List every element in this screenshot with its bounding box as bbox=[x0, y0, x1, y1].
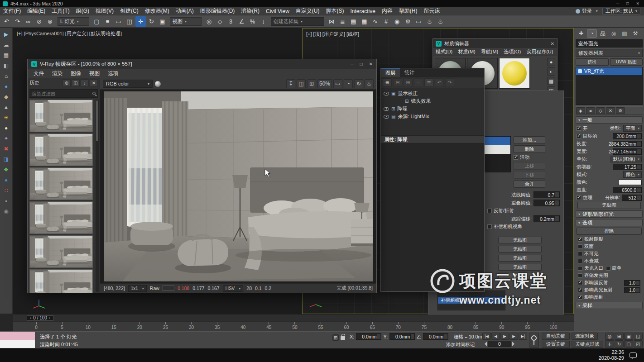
reference-coordinate-dropdown[interactable]: 视图 bbox=[170, 17, 202, 26]
pan-icon[interactable]: ✛ bbox=[605, 340, 614, 348]
vfb-minimize-button[interactable]: ─ bbox=[350, 62, 353, 67]
history-thumbnail[interactable] bbox=[29, 167, 93, 200]
vfb-menu-item[interactable]: 渲染 bbox=[48, 70, 67, 77]
save-image-icon[interactable]: ↧ bbox=[286, 79, 295, 88]
unlink-icon[interactable]: ⊘ bbox=[34, 16, 44, 27]
current-frame-spinner[interactable]: 0 bbox=[482, 341, 517, 347]
load-layers-icon[interactable]: ≡ bbox=[414, 78, 423, 87]
layer-item[interactable]: ▣ 显示校正 bbox=[381, 90, 484, 97]
option-checkbox[interactable] bbox=[578, 273, 582, 278]
rotate-icon[interactable]: ↻ bbox=[146, 16, 157, 27]
material-editor-titlebar[interactable]: 材质编辑器 ✕ bbox=[433, 39, 557, 48]
no-map-button[interactable]: 无贴图 bbox=[498, 255, 542, 262]
material-editor-menu-item[interactable]: 材质(M) bbox=[455, 48, 478, 55]
active-checkbox[interactable]: 活动 bbox=[514, 154, 545, 161]
tab-display[interactable]: ▥ bbox=[620, 29, 630, 38]
width-spinner[interactable]: 2467.145mm bbox=[613, 148, 642, 155]
layer-item[interactable]: ⊞ 镜头效果 bbox=[381, 97, 484, 105]
light-color-swatch[interactable] bbox=[618, 180, 642, 185]
track-bar[interactable]: 0510152025303540455055606570758085909510… bbox=[13, 321, 574, 331]
go-to-start-button[interactable]: |◀ bbox=[482, 333, 491, 340]
maximize-viewport-icon[interactable]: ◰ bbox=[634, 340, 643, 348]
select-link-icon[interactable]: ∞ bbox=[23, 16, 34, 27]
option-row[interactable]: 影响高光反射 1.0 bbox=[577, 287, 642, 293]
ribbon-icon[interactable]: ▦ bbox=[359, 16, 370, 27]
bind-spacewarp-icon[interactable]: ⊗ bbox=[45, 16, 55, 27]
make-unique-icon[interactable]: ◇ bbox=[596, 107, 605, 114]
align-icon[interactable]: ≣ bbox=[337, 16, 348, 27]
vfb-close-button[interactable]: ✕ bbox=[369, 62, 373, 67]
raw-label[interactable]: Raw bbox=[150, 286, 159, 291]
menu-item[interactable]: 编辑(E) bbox=[24, 7, 48, 15]
named-selection-sets-combo[interactable]: 创建选择集 bbox=[271, 17, 324, 26]
popup-row-selected[interactable]: 补偿相机视角 bbox=[438, 297, 505, 304]
history-thumbnail[interactable] bbox=[29, 269, 93, 293]
stack-item-vraylight[interactable]: VR_灯光 bbox=[576, 67, 642, 75]
play-button[interactable]: ▶ bbox=[500, 333, 509, 340]
menu-item[interactable]: 动画(A) bbox=[173, 7, 197, 15]
delete-effect-button[interactable]: 删除 bbox=[514, 145, 545, 153]
history-delete-icon[interactable]: ✕ bbox=[90, 79, 98, 87]
history-compare-icon[interactable]: ◫ bbox=[72, 79, 80, 87]
percent-snap-icon[interactable]: % bbox=[247, 16, 258, 27]
history-load-icon[interactable]: ↓ bbox=[81, 79, 89, 87]
layer-manager-icon[interactable]: ▤ bbox=[348, 16, 359, 27]
redo-icon[interactable]: ↷ bbox=[445, 78, 454, 87]
use-pivot-center-icon[interactable]: ◎ bbox=[204, 16, 214, 27]
remove-layer-icon[interactable]: ⊟ bbox=[393, 78, 402, 87]
option-checkbox[interactable] bbox=[578, 259, 582, 263]
option-row[interactable]: 双面 bbox=[577, 243, 642, 250]
frame-field[interactable]: 0 bbox=[488, 341, 511, 347]
window-crossing-icon[interactable]: ◫ bbox=[124, 16, 135, 27]
set-keys-button[interactable] bbox=[529, 333, 539, 348]
auto-key-button[interactable]: 自动关键点 bbox=[542, 333, 570, 340]
pixel-size-dropdown[interactable]: 1x1 bbox=[128, 285, 147, 292]
light-on-checkbox[interactable]: 开 bbox=[577, 125, 588, 132]
layer-item[interactable]: ⊞ 降噪 bbox=[381, 105, 484, 113]
pin-stack-icon[interactable]: ◈ bbox=[576, 107, 585, 114]
merge-button[interactable]: 合并 bbox=[514, 180, 545, 188]
mode-dropdown[interactable]: 颜色 bbox=[623, 171, 642, 178]
overlap-threshold-spinner[interactable]: 0.95 bbox=[533, 200, 560, 206]
material-editor-menu-item[interactable]: 模式(D) bbox=[433, 48, 455, 55]
maxscript-mini-listener[interactable] bbox=[0, 332, 35, 348]
vfb-menu-item[interactable]: 视图 bbox=[85, 70, 104, 77]
menu-item[interactable]: 文件(F) bbox=[0, 7, 24, 15]
vfb-maximize-button[interactable]: □ bbox=[360, 62, 363, 67]
render-production-icon[interactable]: ♨ bbox=[424, 16, 435, 27]
render-setup-icon[interactable]: ⚙ bbox=[403, 16, 413, 27]
visibility-eye-icon[interactable] bbox=[384, 115, 389, 119]
tool-icon[interactable]: ● bbox=[2, 82, 11, 90]
history-thumbnail[interactable] bbox=[29, 201, 93, 234]
option-checkbox[interactable] bbox=[578, 281, 582, 285]
menu-item[interactable]: 创建(C) bbox=[117, 7, 142, 15]
material-sample-slot[interactable] bbox=[499, 58, 530, 89]
clear-image-icon[interactable]: ↻ bbox=[354, 79, 363, 88]
history-thumbnail[interactable] bbox=[29, 133, 93, 166]
menu-item[interactable]: 内容 bbox=[379, 7, 396, 15]
orbit-icon[interactable]: ↻ bbox=[615, 340, 624, 348]
menu-item[interactable]: 脚本(S) bbox=[322, 7, 347, 15]
lock-icon[interactable] bbox=[341, 336, 345, 340]
option-checkbox[interactable] bbox=[578, 252, 582, 256]
menu-item[interactable]: Interactive bbox=[347, 7, 378, 15]
add-time-tag[interactable]: 添加时间标记 bbox=[446, 342, 475, 348]
key-filters-button[interactable]: 关键点过滤器... bbox=[572, 341, 603, 348]
scale-icon[interactable]: ▣ bbox=[157, 16, 168, 27]
move-icon[interactable]: ✛ bbox=[135, 16, 146, 27]
frame-back-icon[interactable] bbox=[482, 342, 487, 346]
rollout-general[interactable]: 一般 bbox=[576, 116, 643, 124]
tool-icon[interactable]: ☁ bbox=[2, 41, 11, 49]
history-save-icon[interactable]: ⊕ bbox=[62, 79, 71, 87]
vfb-menu-item[interactable]: 图像 bbox=[67, 70, 85, 77]
time-slider-handle[interactable]: 0 / 100 bbox=[27, 315, 53, 321]
rollout-rectangle-light[interactable]: 矩形/圆形灯光 bbox=[576, 210, 643, 218]
history-search-input[interactable] bbox=[32, 91, 91, 96]
menu-item[interactable]: 视图(V) bbox=[92, 7, 117, 15]
region-render-icon[interactable]: ▭ bbox=[333, 79, 342, 88]
modifier-list-dropdown[interactable]: 修改器列表 bbox=[576, 49, 643, 57]
units-dropdown[interactable]: 默认(图像) bbox=[610, 156, 642, 162]
no-map-button[interactable]: 无贴图 bbox=[498, 273, 542, 280]
selection-filter-dropdown[interactable]: L-灯光 bbox=[58, 17, 89, 26]
zoom-50-button[interactable]: 50% bbox=[317, 79, 332, 88]
